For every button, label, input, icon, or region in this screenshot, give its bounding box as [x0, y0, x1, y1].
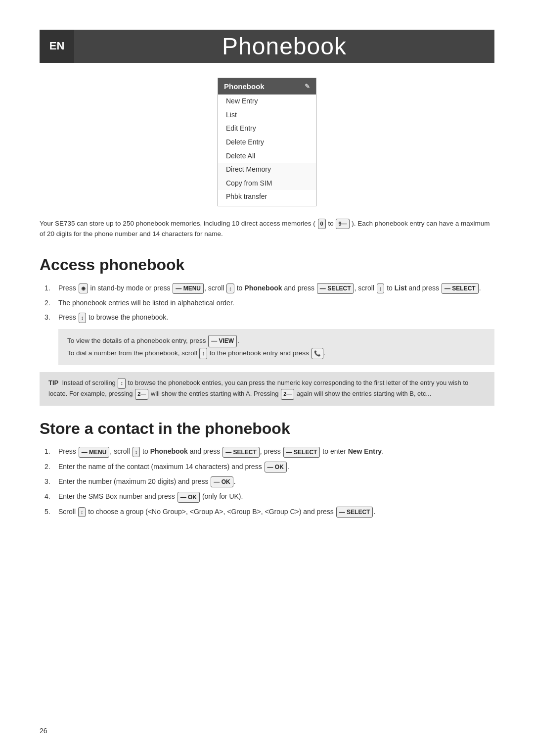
select-button: — SELECT [317, 283, 354, 294]
tip-box: TIP Instead of scrolling ↕ to browse the… [40, 372, 494, 405]
menu-title-text: Phonebook [224, 81, 265, 92]
menu-item-label: Phbk transfer [226, 192, 267, 200]
menu-item-label: Delete All [226, 152, 255, 160]
menu-button: — MENU [173, 283, 204, 294]
step-1-2: 2. The phonebook entries will be listed … [40, 298, 494, 308]
scroll-icon7: ↕ [78, 507, 86, 518]
tip-label: TIP [48, 379, 58, 387]
step-2-2: 2. Enter the name of the contact (maximu… [40, 462, 494, 472]
description-text: Your SE735 can store up to 250 phonebook… [40, 219, 494, 239]
ok-button1: — OK [265, 462, 287, 472]
menu-item-label: Copy from SIM [226, 179, 272, 187]
step-2-5: 5. Scroll ↕ to choose a group (<No Group… [40, 507, 494, 518]
page: EN Phonebook Phonebook ✎ New Entry List … [0, 0, 534, 756]
step-1-3: 3. Press ↕ to browse the phonebook. [40, 312, 494, 323]
menu-item-new-entry[interactable]: New Entry [218, 94, 316, 108]
select-button5: — SELECT [336, 507, 373, 518]
page-number: 26 [40, 726, 47, 736]
info-line-2: To dial a number from the phonebook, scr… [67, 347, 486, 359]
menu-button2: — MENU [79, 447, 110, 458]
section1-steps: 1. Press ⊕ in stand-by mode or press — M… [40, 283, 494, 323]
menu-item-edit-entry[interactable]: Edit Entry [218, 122, 316, 136]
menu-container: Phonebook ✎ New Entry List Edit Entry De… [40, 78, 494, 206]
menu-item-list[interactable]: List [218, 108, 316, 122]
page-title: Phonebook [222, 30, 347, 63]
select-button4: — SELECT [283, 447, 320, 458]
info-box: To view the details of a phonebook entry… [58, 329, 494, 366]
lang-text: EN [49, 39, 65, 54]
header: EN Phonebook [40, 30, 494, 63]
section2-steps: 1. Press — MENU, scroll ↕ to Phonebook a… [40, 446, 494, 517]
menu-item-phbk-transfer[interactable]: Phbk transfer [218, 190, 316, 206]
call-icon: 📞 [312, 348, 323, 360]
info-line-1: To view the details of a phonebook entry… [67, 335, 486, 348]
scroll-icon2: ↕ [377, 284, 385, 294]
key-icon-0: 0 [318, 219, 326, 229]
key-a-icon2: 2— [281, 389, 294, 400]
step-2-1: 1. Press — MENU, scroll ↕ to Phonebook a… [40, 446, 494, 457]
ok-button2: — OK [211, 476, 233, 487]
menu-item-delete-all[interactable]: Delete All [218, 149, 316, 163]
ok-button3: — OK [178, 492, 200, 503]
step-2-3: 3. Enter the number (maximum 20 digits) … [40, 476, 494, 487]
menu-item-direct-memory[interactable]: Direct Memory [218, 163, 316, 177]
nav-icon: ⊕ [79, 284, 88, 294]
menu-item-label: List [226, 111, 237, 119]
menu-item-label: Delete Entry [226, 138, 264, 146]
scroll-icon4: ↕ [199, 348, 207, 360]
select-button3: — SELECT [222, 447, 260, 458]
menu-item-label: Edit Entry [226, 124, 256, 132]
step-2-4: 4. Enter the SMS Box number and press — … [40, 491, 494, 502]
key-a-icon: 2— [135, 389, 148, 400]
select-button2: — SELECT [442, 283, 479, 294]
scroll-icon6: ↕ [133, 447, 140, 457]
view-button: — VIEW [208, 335, 237, 348]
menu-item-label: Direct Memory [226, 165, 271, 173]
menu-item-delete-entry[interactable]: Delete Entry [218, 136, 316, 149]
section2-heading: Store a contact in the phonebook [40, 418, 494, 440]
section1-heading: Access phonebook [40, 254, 494, 276]
menu-item-label: New Entry [226, 97, 258, 105]
scroll-icon: ↕ [226, 284, 234, 294]
edit-icon: ✎ [305, 82, 310, 91]
menu-item-copy-from-sim[interactable]: Copy from SIM [218, 177, 316, 190]
menu-box: Phonebook ✎ New Entry List Edit Entry De… [218, 78, 316, 206]
step-1-1: 1. Press ⊕ in stand-by mode or press — M… [40, 283, 494, 294]
scroll-icon3: ↕ [79, 313, 87, 323]
scroll-icon5: ↕ [118, 378, 126, 389]
menu-box-title: Phonebook ✎ [218, 78, 316, 94]
key-icon-9: 9— [336, 219, 349, 229]
lang-badge: EN [40, 30, 74, 63]
header-title-bar: Phonebook [74, 30, 494, 63]
